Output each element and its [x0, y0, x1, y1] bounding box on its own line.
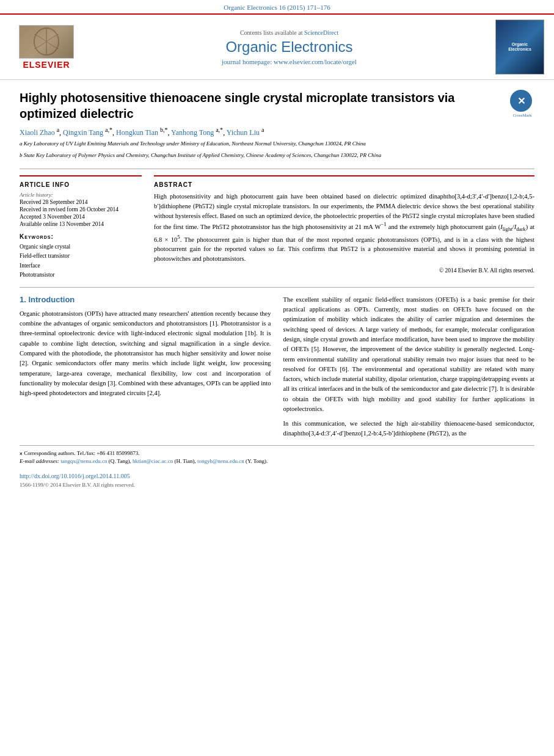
left-column: ARTICLE INFO Article history: Received 2…	[20, 175, 142, 280]
keyword-2: Field-effect transistor	[20, 252, 142, 261]
section1-heading: 1. Introduction	[20, 295, 271, 304]
body-paragraph-2: The excellent stability of organic field…	[283, 295, 535, 414]
header-right: Organic Electronics	[495, 20, 544, 75]
paper-title: Highly photosensitive thienoacene single…	[20, 90, 504, 122]
body-left: 1. Introduction Organic phototransistors…	[20, 295, 271, 439]
article-info-abstract: ARTICLE INFO Article history: Received 2…	[20, 175, 534, 280]
journal-title: Organic Electronics	[90, 38, 488, 56]
body-right: The excellent stability of organic field…	[283, 295, 535, 439]
abstract-section: ABSTRACT High photosensitivity and high …	[154, 175, 534, 274]
affiliation-b: b State Key Laboratory of Polymer Physic…	[20, 151, 504, 159]
lower-noise-text: lower noise	[241, 350, 271, 357]
paper-title-text: Highly photosensitive thienoacene single…	[20, 90, 504, 162]
keyword-1: Organic single crystal	[20, 242, 142, 252]
email-link-3[interactable]: tongyh@nenu.edu.cn	[197, 458, 244, 464]
abstract-heading: ABSTRACT	[154, 181, 534, 188]
body-paragraph-1: Organic phototransistors (OPTs) have att…	[20, 309, 271, 398]
abstract-text: High photosensitivity and high photocurr…	[154, 192, 534, 264]
journal-cover-title: Organic Electronics	[508, 42, 531, 53]
history-label: Article history:	[20, 192, 142, 198]
sciencedirect-link[interactable]: ScienceDirect	[304, 29, 338, 36]
section-divider	[20, 287, 534, 288]
elsevier-logo: ELSEVIER	[10, 25, 83, 70]
keyword-4: Phototransistor	[20, 271, 142, 280]
doi-link[interactable]: http://dx.doi.org/10.1016/j.orgel.2014.1…	[20, 473, 130, 479]
header-left: ELSEVIER	[10, 25, 83, 70]
crossmark: ✕ CrossMark	[510, 90, 534, 118]
footnote-section: ⁎ Corresponding authors. Tel./fax: +86 4…	[20, 445, 534, 466]
authors-line: Xiaoli Zhao a, Qingxin Tang a,*, Hongkun…	[20, 126, 504, 137]
right-column: ABSTRACT High photosensitivity and high …	[154, 175, 534, 280]
homepage-url: www.elsevier.com/locate/orgel	[274, 58, 357, 65]
email-link[interactable]: tangqx@nenu.edu.cn	[60, 458, 107, 464]
accepted-date: Accepted 3 November 2014	[20, 214, 142, 220]
journal-cover: Organic Electronics	[495, 20, 544, 75]
keywords-section: Keywords: Organic single crystal Field-e…	[20, 233, 142, 280]
paper-title-section: Highly photosensitive thienoacene single…	[20, 90, 534, 169]
article-info-heading: ARTICLE INFO	[20, 181, 142, 188]
header-center: Contents lists available at ScienceDirec…	[90, 29, 488, 65]
svg-point-1	[34, 28, 59, 55]
email-footnote: E-mail addresses: tangqx@nenu.edu.cn (Q.…	[20, 457, 534, 466]
email-link-2[interactable]: hktian@ciac.ac.cn	[133, 458, 173, 464]
affiliation-a: a Key Laboratory of UV Light Emitting Ma…	[20, 140, 504, 148]
doi-section: http://dx.doi.org/10.1016/j.orgel.2014.1…	[20, 471, 534, 488]
elsevier-logo-image	[19, 25, 74, 59]
issn-text: 1566-1199/© 2014 Elsevier B.V. All right…	[20, 482, 534, 488]
elsevier-text: ELSEVIER	[23, 60, 70, 70]
journal-homepage: journal homepage: www.elsevier.com/locat…	[90, 58, 488, 65]
body-two-column: 1. Introduction Organic phototransistors…	[20, 295, 534, 439]
header-section: ELSEVIER Contents lists available at Sci…	[0, 13, 554, 80]
crossmark-badge: ✕	[510, 90, 532, 112]
article-info: ARTICLE INFO Article history: Received 2…	[20, 175, 142, 280]
svg-rect-0	[20, 25, 73, 58]
keyword-3: Interface	[20, 261, 142, 271]
keywords-heading: Keywords:	[20, 233, 142, 240]
copyright: © 2014 Elsevier B.V. All rights reserved…	[154, 267, 534, 274]
sciencedirect-text: Contents lists available at ScienceDirec…	[90, 29, 488, 36]
online-date: Available online 13 November 2014	[20, 221, 142, 227]
paper-content: Highly photosensitive thienoacene single…	[0, 80, 554, 498]
revised-date: Received in revised form 26 October 2014	[20, 206, 142, 213]
journal-citation: Organic Electronics 16 (2015) 171–176	[224, 4, 330, 11]
body-paragraph-3: In this communication, we selected the h…	[283, 419, 535, 439]
received-date: Received 28 September 2014	[20, 199, 142, 205]
journal-link-bar: Organic Electronics 16 (2015) 171–176	[0, 0, 554, 13]
corresponding-author: ⁎ Corresponding authors. Tel./fax: +86 4…	[20, 449, 534, 458]
